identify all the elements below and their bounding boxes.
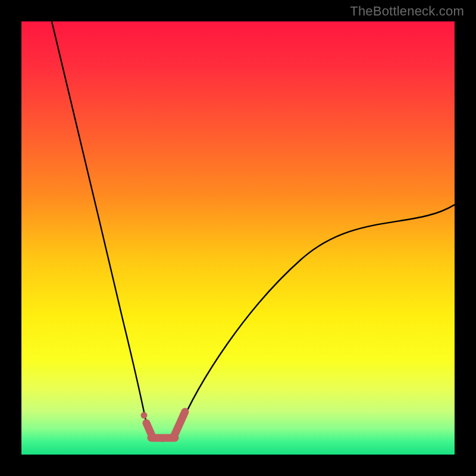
watermark-text: TheBottleneck.com <box>350 4 464 19</box>
left-shoulder-marker <box>146 423 152 437</box>
chart-frame: TheBottleneck.com <box>0 0 476 476</box>
gradient-background <box>21 21 455 455</box>
left-marker-dot <box>141 412 148 419</box>
plot-area <box>21 21 455 455</box>
plot-svg <box>21 21 455 455</box>
